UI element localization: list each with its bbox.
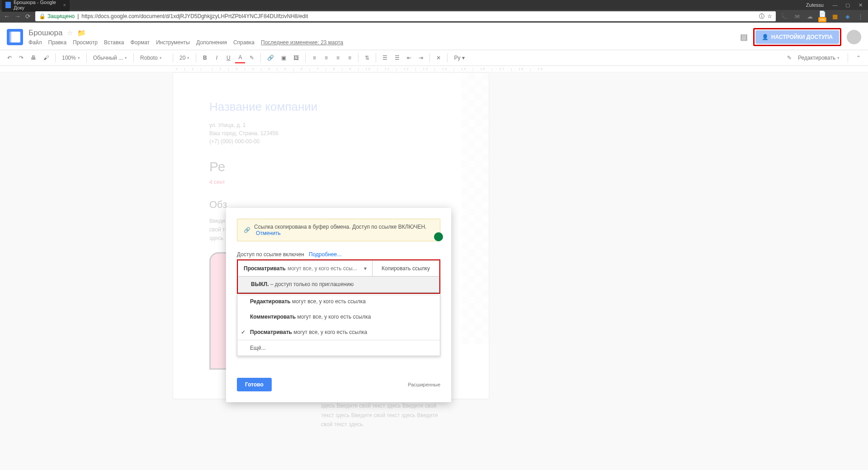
option-comment[interactable]: Комментировать могут все, у кого есть сс… bbox=[237, 309, 440, 324]
option-edit[interactable]: Редактировать могут все, у кого есть ссы… bbox=[237, 294, 440, 309]
browser-tab[interactable]: Брошюра - Google Доку × bbox=[2, 0, 70, 12]
undo-link[interactable]: Отменить bbox=[256, 230, 281, 236]
url-bar[interactable]: 🔒 Защищено | https://docs.google.com/doc… bbox=[35, 11, 776, 21]
indent-decrease-icon[interactable]: ⇤ bbox=[404, 53, 414, 63]
ext-badge-icon[interactable]: 📄290 bbox=[818, 12, 826, 20]
share-button[interactable]: 👤 НАСТРОЙКИ ДОСТУПА bbox=[755, 30, 839, 44]
url-text: https://docs.google.com/document/d/1xdjR… bbox=[81, 13, 308, 19]
back-icon[interactable]: ← bbox=[4, 13, 10, 20]
menu-file[interactable]: Файл bbox=[28, 39, 42, 46]
dropdown-options-rest: Редактировать могут все, у кого есть ссы… bbox=[237, 294, 440, 356]
link-icon[interactable]: 🔗 bbox=[264, 53, 277, 63]
redo-icon[interactable]: ↷ bbox=[16, 53, 26, 63]
align-right-icon[interactable]: ≡ bbox=[333, 53, 343, 63]
align-justify-icon[interactable]: ≡ bbox=[344, 53, 354, 63]
docs-header: Брошюра ☆ 📁 Файл Правка Просмотр Вставка… bbox=[0, 23, 868, 50]
forward-icon[interactable]: → bbox=[14, 13, 21, 20]
copy-link-button[interactable]: Копировать ссылку bbox=[373, 261, 439, 276]
clear-format-icon[interactable]: ✕ bbox=[434, 53, 443, 63]
link-controls: Просматривать могут все, у кого есть ссы… bbox=[238, 260, 439, 277]
paint-format-icon[interactable]: 🖌 bbox=[41, 53, 52, 63]
formatting-toolbar: ↶ ↷ 🖶 🖌 100% Обычный ... Roboto 20 B I U… bbox=[0, 50, 868, 66]
ext-phone-icon[interactable]: 📞 bbox=[780, 12, 788, 20]
collapse-icon[interactable]: ⌃ bbox=[854, 53, 863, 63]
chrome-profile[interactable]: Zutessu bbox=[806, 2, 824, 8]
option-view[interactable]: Просматривать могут все, у кого есть ссы… bbox=[237, 324, 440, 340]
browser-menu-icon[interactable]: ⋮ bbox=[856, 12, 864, 20]
google-docs-app: Брошюра ☆ 📁 Файл Правка Просмотр Вставка… bbox=[0, 23, 868, 470]
share-person-icon: 👤 bbox=[762, 34, 769, 40]
pencil-icon: ✎ bbox=[787, 55, 792, 61]
tab-title: Брошюра - Google Доку bbox=[14, 0, 61, 10]
window-controls: Zutessu — ▢ ✕ bbox=[806, 1, 866, 9]
ext-mail-icon[interactable]: ✉ bbox=[793, 12, 801, 20]
close-button[interactable]: ✕ bbox=[854, 1, 866, 9]
menu-insert[interactable]: Вставка bbox=[104, 39, 124, 46]
undo-icon[interactable]: ↶ bbox=[5, 53, 14, 63]
image-icon[interactable]: 🖼 bbox=[291, 53, 302, 63]
permission-dropdown[interactable]: Просматривать могут все, у кого есть ссы… bbox=[238, 261, 373, 276]
section-heading[interactable]: Ре bbox=[209, 159, 453, 174]
dropdown-options: ВЫКЛ. – доступ только по приглашению bbox=[238, 277, 439, 293]
numbered-list-icon[interactable]: ☰ bbox=[380, 53, 390, 63]
menu-format[interactable]: Формат bbox=[130, 39, 150, 46]
link-controls-highlight: Просматривать могут все, у кого есть ссы… bbox=[237, 259, 440, 294]
ext-rss-icon[interactable]: ▦ bbox=[831, 12, 839, 20]
browser-titlebar: Брошюра - Google Доку × Zutessu — ▢ ✕ bbox=[0, 0, 868, 10]
translate-icon[interactable]: ⓘ bbox=[759, 13, 764, 20]
ext-drive-icon[interactable]: ☁ bbox=[806, 12, 814, 20]
editing-mode-select[interactable]: Редактировать bbox=[795, 54, 842, 62]
minimize-button[interactable]: — bbox=[829, 1, 841, 9]
comments-icon[interactable]: ▤ bbox=[740, 32, 748, 42]
done-button[interactable]: Готово bbox=[237, 378, 272, 391]
document-title[interactable]: Брошюра bbox=[28, 28, 62, 38]
link-icon: 🔗 bbox=[244, 227, 250, 233]
date-text[interactable]: 4 сент bbox=[209, 179, 453, 185]
menu-view[interactable]: Просмотр bbox=[73, 39, 98, 46]
tab-close-icon[interactable]: × bbox=[63, 2, 66, 8]
indent-increase-icon[interactable]: ⇥ bbox=[416, 53, 426, 63]
bold-icon[interactable]: B bbox=[200, 53, 210, 63]
underline-icon[interactable]: U bbox=[223, 53, 233, 63]
canvas-area[interactable]: · 2 · | · 1 · | · · | · 1 · | · 2 · | · … bbox=[0, 66, 868, 470]
bookmark-star-icon[interactable]: ☆ bbox=[767, 13, 772, 19]
menu-help[interactable]: Справка bbox=[233, 39, 255, 46]
browser-toolbar: ← → ⟳ 🔒 Защищено | https://docs.google.c… bbox=[0, 10, 868, 23]
input-method-icon[interactable]: Ру ▾ bbox=[451, 53, 467, 63]
text-color-icon[interactable]: A bbox=[235, 52, 245, 63]
print-icon[interactable]: 🖶 bbox=[28, 53, 39, 63]
company-name-heading[interactable]: Название компании bbox=[209, 100, 453, 114]
maximize-button[interactable]: ▢ bbox=[842, 1, 854, 9]
highlight-icon[interactable]: ✎ bbox=[247, 53, 257, 63]
menu-addons[interactable]: Дополнения bbox=[196, 39, 227, 46]
reload-icon[interactable]: ⟳ bbox=[25, 13, 31, 20]
advanced-link[interactable]: Расширенные bbox=[408, 382, 440, 387]
align-center-icon[interactable]: ≡ bbox=[321, 53, 331, 63]
docs-logo-icon[interactable] bbox=[7, 29, 23, 45]
folder-icon[interactable]: 📁 bbox=[77, 29, 86, 37]
menu-edit[interactable]: Правка bbox=[48, 39, 67, 46]
bulleted-list-icon[interactable]: ☰ bbox=[392, 53, 402, 63]
option-more[interactable]: Ещё... bbox=[237, 340, 440, 356]
font-select[interactable]: Roboto bbox=[137, 54, 169, 62]
decorative-pattern bbox=[462, 73, 489, 344]
ext-vk-icon[interactable]: ◈ bbox=[844, 12, 852, 20]
menu-tools[interactable]: Инструменты bbox=[156, 39, 190, 46]
line-spacing-icon[interactable]: ⇅ bbox=[362, 53, 372, 63]
zoom-select[interactable]: 100% bbox=[59, 54, 83, 62]
extension-icons: 📞 ✉ ☁ 📄290 ▦ ◈ ⋮ bbox=[780, 12, 864, 20]
comment-icon[interactable]: ▣ bbox=[278, 53, 289, 63]
fontsize-select[interactable]: 20 bbox=[177, 54, 192, 62]
learn-more-link[interactable]: Подробнее... bbox=[309, 251, 341, 258]
last-edit-link[interactable]: Последнее изменение: 23 марта bbox=[261, 39, 343, 46]
address-block[interactable]: ул. Улица, д. 1 Ваш город, Страна, 12345… bbox=[209, 121, 453, 146]
align-left-icon[interactable]: ≡ bbox=[309, 53, 319, 63]
user-avatar[interactable] bbox=[847, 30, 861, 44]
italic-icon[interactable]: I bbox=[212, 53, 222, 63]
share-label: НАСТРОЙКИ ДОСТУПА bbox=[771, 34, 833, 40]
option-off[interactable]: ВЫКЛ. – доступ только по приглашению bbox=[238, 277, 439, 292]
style-select[interactable]: Обычный ... bbox=[90, 54, 130, 62]
secure-indicator: 🔒 Защищено bbox=[39, 13, 75, 19]
star-icon[interactable]: ☆ bbox=[67, 29, 73, 37]
horizontal-ruler[interactable]: · 2 · | · 1 · | · · | · 1 · | · 2 · | · … bbox=[0, 66, 868, 72]
